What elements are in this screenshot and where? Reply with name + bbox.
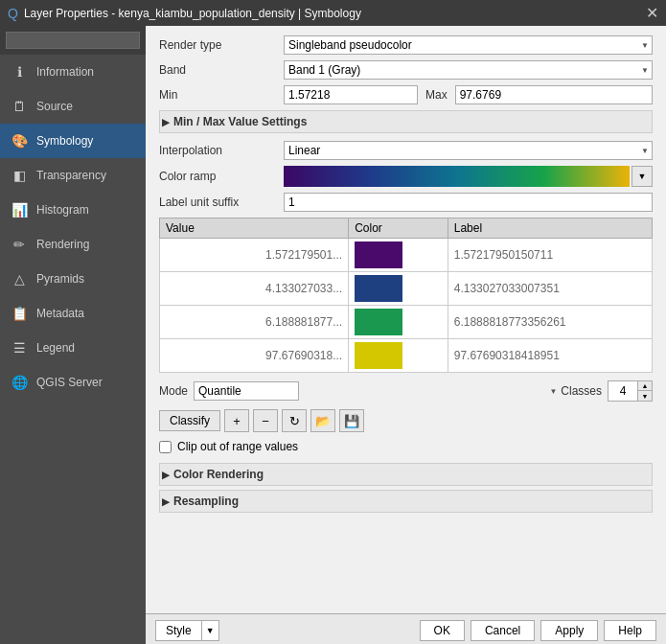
clip-label: Clip out of range values xyxy=(177,440,298,453)
cell-label[interactable]: 6.1888818773356261 xyxy=(448,306,652,339)
qgis-server-icon: 🌐 xyxy=(10,373,29,392)
cell-color[interactable] xyxy=(349,306,448,339)
color-rendering-section: ▶ Color Rendering xyxy=(159,463,653,486)
cancel-button[interactable]: Cancel xyxy=(471,620,535,641)
color-ramp-label: Color ramp xyxy=(159,170,284,183)
resampling-label: Resampling xyxy=(173,494,239,508)
min-max-settings-label: Min / Max Value Settings xyxy=(173,115,307,128)
color-rendering-label: Color Rendering xyxy=(173,468,264,481)
sidebar-item-label: Histogram xyxy=(36,203,89,217)
close-button[interactable]: ✕ xyxy=(646,4,658,22)
title-bar: Q Layer Properties - kenya_kiambu_popula… xyxy=(0,0,666,26)
sidebar-item-rendering[interactable]: ✏ Rendering xyxy=(0,227,146,262)
cell-value[interactable]: 6.188881877... xyxy=(160,306,349,339)
mode-select[interactable]: QuantileEqual intervalStandard deviation… xyxy=(194,381,299,401)
clip-checkbox[interactable] xyxy=(159,441,172,453)
classify-button[interactable]: Classify xyxy=(159,410,220,431)
load-color-map-button[interactable]: 📂 xyxy=(310,409,335,432)
interpolation-label: Interpolation xyxy=(159,144,284,157)
render-type-label: Render type xyxy=(159,38,284,52)
sidebar-item-pyramids[interactable]: △ Pyramids xyxy=(0,262,146,296)
classes-label: Classes xyxy=(561,384,602,398)
min-max-settings-header[interactable]: ▶ Min / Max Value Settings xyxy=(159,110,653,133)
apply-button[interactable]: Apply xyxy=(540,620,598,641)
classes-spinner: ▲ ▼ xyxy=(608,380,653,402)
classes-increment-button[interactable]: ▲ xyxy=(638,381,652,391)
min-max-arrow-icon: ▶ xyxy=(162,117,170,127)
cell-color[interactable] xyxy=(349,239,448,272)
table-row: 1.572179501...1.57217950150711 xyxy=(160,239,653,272)
label-unit-suffix-label: Label unit suffix xyxy=(159,196,284,209)
mode-label: Mode xyxy=(159,384,188,398)
transparency-icon: ◧ xyxy=(10,166,29,185)
render-type-row: Render type Singleband pseudocolorSingle… xyxy=(159,35,653,55)
color-ramp-bar[interactable] xyxy=(284,166,630,187)
classes-input[interactable] xyxy=(609,383,637,399)
interpolation-select-wrapper: LinearDiscreteExact xyxy=(284,141,653,160)
legend-icon: ☰ xyxy=(10,338,29,357)
sidebar-item-symbology[interactable]: 🎨 Symbology xyxy=(0,124,146,158)
sidebar-item-label: Pyramids xyxy=(36,272,84,286)
render-type-select[interactable]: Singleband pseudocolorSingleband grayMul… xyxy=(284,35,653,55)
cell-label[interactable]: 97.67690318418951 xyxy=(448,339,652,373)
cell-label[interactable]: 1.57217950150711 xyxy=(448,239,652,272)
remove-class-button[interactable]: − xyxy=(253,409,278,432)
resampling-header[interactable]: ▶ Resampling xyxy=(159,490,653,513)
min-input[interactable] xyxy=(284,85,418,104)
clip-row: Clip out of range values xyxy=(159,440,653,453)
col-header-color: Color xyxy=(349,218,448,239)
interpolation-row: Interpolation LinearDiscreteExact xyxy=(159,141,653,160)
color-ramp-dropdown-button[interactable]: ▼ xyxy=(632,166,653,187)
sidebar-item-label: QGIS Server xyxy=(36,376,103,389)
cell-value[interactable]: 1.572179501... xyxy=(160,239,349,272)
ok-button[interactable]: OK xyxy=(420,620,465,641)
sidebar-item-histogram[interactable]: 📊 Histogram xyxy=(0,193,146,227)
color-swatch xyxy=(355,242,402,268)
color-ramp-container: ▼ xyxy=(284,166,653,187)
window-title: Layer Properties - kenya_kiambu_populati… xyxy=(24,7,361,20)
save-color-map-button[interactable]: 💾 xyxy=(339,409,364,432)
rotate-button[interactable]: ↻ xyxy=(282,409,307,432)
sidebar-search[interactable] xyxy=(0,26,146,55)
style-dropdown-icon[interactable]: ▼ xyxy=(202,623,218,638)
min-label: Min xyxy=(159,88,284,102)
sidebar-item-label: Legend xyxy=(36,341,75,355)
sidebar-item-label: Rendering xyxy=(36,238,89,251)
sidebar-item-legend[interactable]: ☰ Legend xyxy=(0,331,146,365)
sidebar-item-label: Metadata xyxy=(36,307,84,320)
mode-select-wrapper: QuantileEqual intervalStandard deviation… xyxy=(194,381,561,401)
style-button[interactable]: Style ▼ xyxy=(155,620,219,641)
col-header-label: Label xyxy=(448,218,652,239)
cell-value[interactable]: 4.133027033... xyxy=(160,272,349,306)
app-icon: Q xyxy=(8,6,18,21)
cell-color[interactable] xyxy=(349,339,448,373)
sidebar-item-source[interactable]: 🗒 Source xyxy=(0,89,146,124)
label-unit-suffix-row: Label unit suffix xyxy=(159,193,653,212)
information-icon: ℹ xyxy=(10,62,29,81)
sidebar-item-transparency[interactable]: ◧ Transparency xyxy=(0,158,146,193)
col-header-value: Value xyxy=(160,218,349,239)
sidebar-item-metadata[interactable]: 📋 Metadata xyxy=(0,296,146,331)
search-input[interactable] xyxy=(6,32,140,49)
cell-value[interactable]: 97.67690318... xyxy=(160,339,349,373)
sidebar-item-information[interactable]: ℹ Information xyxy=(0,55,146,89)
classes-decrement-button[interactable]: ▼ xyxy=(638,391,652,401)
max-label: Max xyxy=(418,88,455,102)
add-class-button[interactable]: + xyxy=(224,409,249,432)
max-input[interactable] xyxy=(455,85,653,104)
color-swatch xyxy=(355,309,402,335)
sidebar-item-qgis-server[interactable]: 🌐 QGIS Server xyxy=(0,365,146,400)
sidebar-item-label: Symbology xyxy=(36,134,93,148)
color-swatch xyxy=(355,342,402,369)
symbology-icon: 🎨 xyxy=(10,131,29,150)
help-button[interactable]: Help xyxy=(604,620,656,641)
cell-label[interactable]: 4.133027033007351 xyxy=(448,272,652,306)
interpolation-select[interactable]: LinearDiscreteExact xyxy=(284,141,653,160)
band-select[interactable]: Band 1 (Gray) xyxy=(284,60,653,80)
label-unit-suffix-input[interactable] xyxy=(284,193,653,212)
cell-color[interactable] xyxy=(349,272,448,306)
color-rendering-arrow-icon: ▶ xyxy=(162,470,170,480)
spinner-buttons: ▲ ▼ xyxy=(637,381,652,401)
color-rendering-header[interactable]: ▶ Color Rendering xyxy=(159,463,653,486)
sidebar-item-label: Transparency xyxy=(36,169,106,182)
